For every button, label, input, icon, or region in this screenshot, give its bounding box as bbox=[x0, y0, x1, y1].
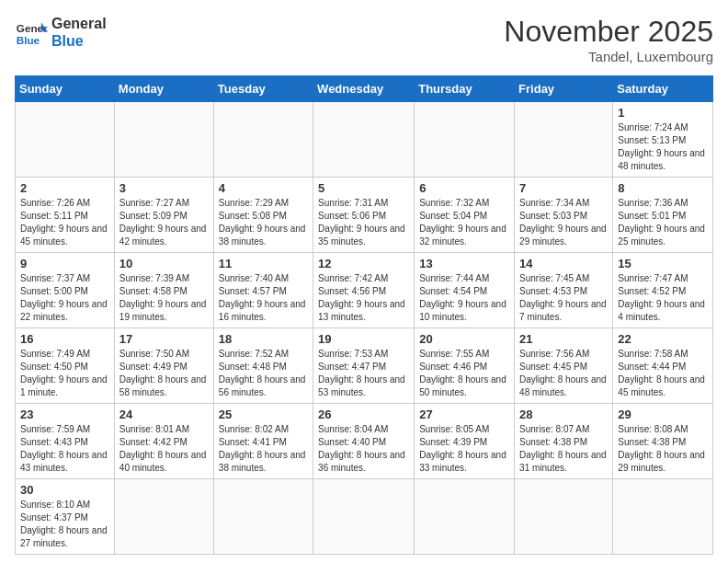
day-number: 21 bbox=[519, 332, 608, 346]
day-number: 10 bbox=[119, 257, 209, 270]
day-number: 13 bbox=[419, 257, 509, 270]
calendar-week-row: 23Sunrise: 7:59 AM Sunset: 4:43 PM Dayli… bbox=[16, 404, 713, 479]
calendar-week-row: 30Sunrise: 8:10 AM Sunset: 4:37 PM Dayli… bbox=[16, 479, 713, 555]
calendar-cell: 14Sunrise: 7:45 AM Sunset: 4:53 PM Dayli… bbox=[515, 253, 613, 328]
day-info: Sunrise: 8:04 AM Sunset: 4:40 PM Dayligh… bbox=[318, 423, 409, 475]
calendar-cell: 9Sunrise: 7:37 AM Sunset: 5:00 PM Daylig… bbox=[16, 253, 115, 328]
day-number: 3 bbox=[119, 181, 209, 195]
calendar-cell bbox=[613, 479, 713, 555]
day-number: 5 bbox=[318, 181, 409, 195]
day-number: 25 bbox=[219, 408, 308, 421]
day-of-week-header: Friday bbox=[515, 76, 613, 102]
calendar-cell bbox=[313, 479, 415, 555]
day-info: Sunrise: 7:59 AM Sunset: 4:43 PM Dayligh… bbox=[20, 423, 109, 475]
day-info: Sunrise: 8:05 AM Sunset: 4:39 PM Dayligh… bbox=[419, 423, 509, 475]
day-info: Sunrise: 8:02 AM Sunset: 4:41 PM Dayligh… bbox=[219, 423, 308, 475]
day-info: Sunrise: 7:56 AM Sunset: 4:45 PM Dayligh… bbox=[519, 348, 608, 399]
day-info: Sunrise: 8:01 AM Sunset: 4:42 PM Dayligh… bbox=[119, 423, 209, 475]
calendar-cell: 8Sunrise: 7:36 AM Sunset: 5:01 PM Daylig… bbox=[613, 178, 713, 253]
calendar-cell: 3Sunrise: 7:27 AM Sunset: 5:09 PM Daylig… bbox=[114, 178, 213, 253]
day-info: Sunrise: 7:42 AM Sunset: 4:56 PM Dayligh… bbox=[318, 272, 409, 324]
day-number: 27 bbox=[419, 408, 509, 421]
title-area: November 2025 Tandel, Luxembourg bbox=[504, 15, 713, 64]
calendar-cell: 12Sunrise: 7:42 AM Sunset: 4:56 PM Dayli… bbox=[313, 253, 415, 328]
logo-general-text: General bbox=[51, 15, 107, 32]
day-of-week-header: Saturday bbox=[613, 76, 713, 102]
calendar-body: 1Sunrise: 7:24 AM Sunset: 5:13 PM Daylig… bbox=[16, 102, 713, 555]
calendar-cell: 23Sunrise: 7:59 AM Sunset: 4:43 PM Dayli… bbox=[16, 404, 115, 479]
day-of-week-header: Wednesday bbox=[313, 76, 415, 102]
calendar: SundayMondayTuesdayWednesdayThursdayFrid… bbox=[15, 75, 713, 555]
day-number: 4 bbox=[219, 181, 308, 195]
day-info: Sunrise: 7:47 AM Sunset: 4:52 PM Dayligh… bbox=[618, 272, 708, 324]
calendar-week-row: 2Sunrise: 7:26 AM Sunset: 5:11 PM Daylig… bbox=[16, 178, 713, 253]
day-number: 12 bbox=[318, 257, 409, 270]
calendar-cell: 10Sunrise: 7:39 AM Sunset: 4:58 PM Dayli… bbox=[114, 253, 213, 328]
calendar-cell: 1Sunrise: 7:24 AM Sunset: 5:13 PM Daylig… bbox=[613, 102, 713, 178]
svg-text:Blue: Blue bbox=[17, 34, 40, 46]
day-info: Sunrise: 8:07 AM Sunset: 4:38 PM Dayligh… bbox=[519, 423, 608, 475]
calendar-cell: 17Sunrise: 7:50 AM Sunset: 4:49 PM Dayli… bbox=[114, 328, 213, 404]
calendar-cell: 5Sunrise: 7:31 AM Sunset: 5:06 PM Daylig… bbox=[313, 178, 415, 253]
day-info: Sunrise: 7:37 AM Sunset: 5:00 PM Dayligh… bbox=[20, 272, 109, 324]
calendar-cell bbox=[515, 102, 613, 178]
logo-icon: General Blue bbox=[15, 16, 48, 49]
calendar-cell: 26Sunrise: 8:04 AM Sunset: 4:40 PM Dayli… bbox=[313, 404, 415, 479]
day-number: 2 bbox=[20, 181, 109, 195]
calendar-cell: 6Sunrise: 7:32 AM Sunset: 5:04 PM Daylig… bbox=[415, 178, 515, 253]
day-number: 26 bbox=[318, 408, 409, 421]
calendar-cell: 27Sunrise: 8:05 AM Sunset: 4:39 PM Dayli… bbox=[415, 404, 515, 479]
calendar-cell bbox=[16, 102, 115, 178]
day-number: 7 bbox=[519, 181, 608, 195]
calendar-cell bbox=[213, 479, 313, 555]
day-info: Sunrise: 7:52 AM Sunset: 4:48 PM Dayligh… bbox=[219, 348, 308, 399]
day-number: 9 bbox=[20, 257, 109, 270]
calendar-cell bbox=[114, 479, 213, 555]
day-info: Sunrise: 7:32 AM Sunset: 5:04 PM Dayligh… bbox=[419, 197, 509, 248]
day-of-week-header: Sunday bbox=[16, 76, 115, 102]
calendar-cell: 18Sunrise: 7:52 AM Sunset: 4:48 PM Dayli… bbox=[213, 328, 313, 404]
calendar-cell bbox=[515, 479, 613, 555]
calendar-cell: 15Sunrise: 7:47 AM Sunset: 4:52 PM Dayli… bbox=[613, 253, 713, 328]
day-info: Sunrise: 7:39 AM Sunset: 4:58 PM Dayligh… bbox=[119, 272, 209, 324]
day-info: Sunrise: 7:27 AM Sunset: 5:09 PM Dayligh… bbox=[119, 197, 209, 248]
calendar-cell: 16Sunrise: 7:49 AM Sunset: 4:50 PM Dayli… bbox=[16, 328, 115, 404]
calendar-cell: 28Sunrise: 8:07 AM Sunset: 4:38 PM Dayli… bbox=[515, 404, 613, 479]
location: Tandel, Luxembourg bbox=[504, 49, 713, 64]
day-number: 16 bbox=[20, 332, 109, 346]
day-info: Sunrise: 7:26 AM Sunset: 5:11 PM Dayligh… bbox=[20, 197, 109, 248]
header: General Blue General Blue November 2025 … bbox=[15, 15, 713, 64]
calendar-cell: 13Sunrise: 7:44 AM Sunset: 4:54 PM Dayli… bbox=[415, 253, 515, 328]
day-number: 28 bbox=[519, 408, 608, 421]
calendar-cell bbox=[213, 102, 313, 178]
calendar-week-row: 9Sunrise: 7:37 AM Sunset: 5:00 PM Daylig… bbox=[16, 253, 713, 328]
day-number: 22 bbox=[618, 332, 708, 346]
calendar-cell: 29Sunrise: 8:08 AM Sunset: 4:38 PM Dayli… bbox=[613, 404, 713, 479]
logo-blue-text: Blue bbox=[51, 32, 107, 50]
day-number: 8 bbox=[618, 181, 708, 195]
day-info: Sunrise: 7:50 AM Sunset: 4:49 PM Dayligh… bbox=[119, 348, 209, 399]
calendar-cell bbox=[415, 102, 515, 178]
calendar-cell: 2Sunrise: 7:26 AM Sunset: 5:11 PM Daylig… bbox=[16, 178, 115, 253]
calendar-cell: 21Sunrise: 7:56 AM Sunset: 4:45 PM Dayli… bbox=[515, 328, 613, 404]
logo: General Blue General Blue bbox=[15, 15, 107, 50]
day-info: Sunrise: 7:53 AM Sunset: 4:47 PM Dayligh… bbox=[318, 348, 409, 399]
day-info: Sunrise: 7:55 AM Sunset: 4:46 PM Dayligh… bbox=[419, 348, 509, 399]
calendar-cell: 20Sunrise: 7:55 AM Sunset: 4:46 PM Dayli… bbox=[415, 328, 515, 404]
calendar-header: SundayMondayTuesdayWednesdayThursdayFrid… bbox=[16, 76, 713, 102]
day-number: 19 bbox=[318, 332, 409, 346]
day-number: 11 bbox=[219, 257, 308, 270]
day-of-week-header: Tuesday bbox=[213, 76, 313, 102]
day-number: 17 bbox=[119, 332, 209, 346]
calendar-cell: 11Sunrise: 7:40 AM Sunset: 4:57 PM Dayli… bbox=[213, 253, 313, 328]
day-number: 15 bbox=[618, 257, 708, 270]
day-number: 1 bbox=[618, 106, 708, 120]
day-info: Sunrise: 7:40 AM Sunset: 4:57 PM Dayligh… bbox=[219, 272, 308, 324]
days-of-week-row: SundayMondayTuesdayWednesdayThursdayFrid… bbox=[16, 76, 713, 102]
day-of-week-header: Monday bbox=[114, 76, 213, 102]
calendar-cell: 25Sunrise: 8:02 AM Sunset: 4:41 PM Dayli… bbox=[213, 404, 313, 479]
day-info: Sunrise: 8:10 AM Sunset: 4:37 PM Dayligh… bbox=[20, 499, 109, 550]
day-number: 14 bbox=[519, 257, 608, 270]
calendar-week-row: 1Sunrise: 7:24 AM Sunset: 5:13 PM Daylig… bbox=[16, 102, 713, 178]
day-number: 30 bbox=[20, 483, 109, 497]
